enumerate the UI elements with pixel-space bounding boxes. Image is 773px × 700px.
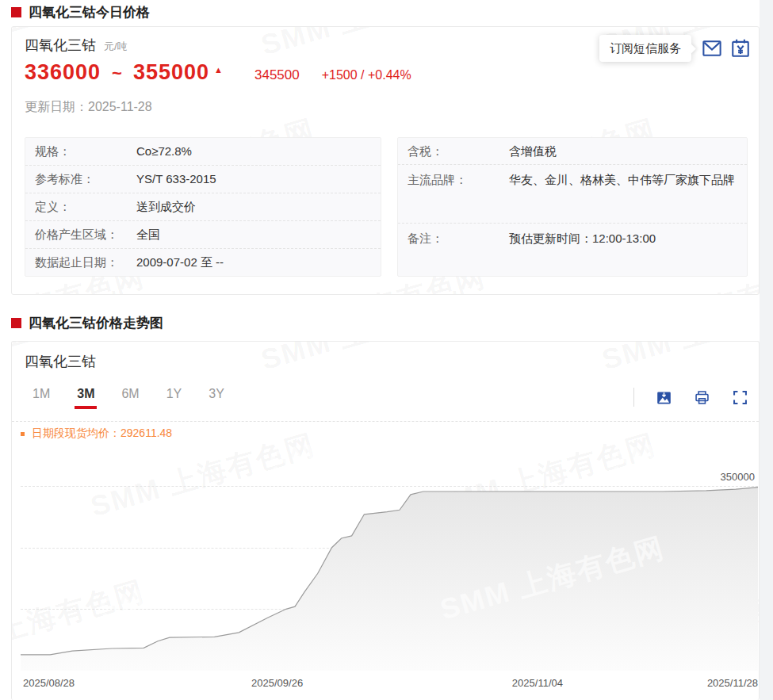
x-axis-labels: 2025/08/282025/09/262025/11/042025/11/28 [21, 677, 758, 691]
chart-product-title: 四氧化三钴 [25, 352, 96, 371]
spec-row: 备注：预估更新时间：12:00-13:00 [398, 224, 747, 276]
spec-label: 规格： [35, 144, 136, 159]
spec-label: 主流品牌： [408, 173, 509, 188]
tab-3y[interactable]: 3Y [209, 387, 224, 409]
trend-chart-card: SMM 上海有色网SMM 上海有色网SMM 上海有色网SMM 上海有色网SMM … [11, 341, 760, 700]
price-yuan-icon[interactable] [730, 38, 751, 59]
price-tilde: ~ [112, 63, 122, 84]
red-square-bullet-icon [11, 7, 21, 17]
chart-toolbar [633, 388, 748, 407]
chart-legend: 日期段现货均价：292611.48 [21, 427, 172, 441]
spec-value: 含增值税 [509, 144, 747, 159]
spec-label: 数据起止日期： [35, 255, 136, 270]
x-axis-label: 2025/11/04 [512, 677, 563, 689]
print-icon[interactable] [694, 389, 710, 406]
price-low: 336000 [25, 60, 101, 85]
save-image-icon[interactable] [656, 389, 672, 406]
tab-6m[interactable]: 6M [121, 387, 139, 409]
chart-canvas[interactable] [21, 445, 758, 671]
price-trend-chart[interactable]: 350000300000250000200000 SMM 上海有色网SMM 上海… [21, 445, 758, 671]
section-title: 四氧化三钴价格走势图 [29, 314, 163, 332]
spec-value: 2009-07-02 至 -- [136, 255, 381, 270]
spec-row: 价格产生区域：全国 [25, 221, 381, 249]
toolbar-divider [633, 388, 634, 407]
price-up-arrow-icon: ▲ [214, 65, 223, 75]
today-price-heading: 四氧化三钴今日价格 [11, 3, 150, 21]
tab-1m[interactable]: 1M [33, 387, 50, 409]
product-row: 四氧化三钴 元/吨 [25, 36, 128, 55]
spec-table-right: 含税：含增值税主流品牌：华友、金川、格林美、中伟等厂家旗下品牌备注：预估更新时间… [397, 137, 748, 277]
tab-3m[interactable]: 3M [77, 387, 94, 409]
fullscreen-icon[interactable] [732, 389, 748, 406]
tab-1y[interactable]: 1Y [166, 387, 182, 409]
section-title: 四氧化三钴今日价格 [29, 3, 150, 21]
spec-label: 定义： [35, 200, 136, 215]
spec-row: 定义：送到成交价 [25, 193, 381, 221]
price-row: 336000 ~ 355000 ▲ 345500 +1500 / +0.44% [25, 60, 411, 85]
spec-value: YS/T 633-2015 [136, 172, 381, 186]
spec-row: 规格：Co≥72.8% [25, 138, 381, 166]
legend-bullet-icon [21, 432, 25, 436]
spec-value: 全国 [136, 228, 381, 243]
spec-row: 数据起止日期：2009-07-02 至 -- [25, 249, 381, 277]
spec-label: 含税： [408, 144, 509, 159]
spec-value: 送到成交价 [136, 200, 381, 215]
spec-label: 备注： [408, 231, 509, 247]
page: 四氧化三钴今日价格 SMM 上海有色网SMM 上海有色网SMM 上海有色网SMM… [0, 0, 773, 700]
spec-row: 含税：含增值税 [398, 138, 747, 165]
subscribe-sms-tooltip[interactable]: 订阅短信服务 [599, 35, 691, 62]
spec-value: 华友、金川、格林美、中伟等厂家旗下品牌 [509, 173, 747, 188]
spec-value: 预估更新时间：12:00-13:00 [509, 231, 747, 247]
period-tabs: 1M3M6M1Y3Y [33, 387, 224, 409]
product-name: 四氧化三钴 [25, 36, 96, 55]
spec-row: 参考标准：YS/T 633-2015 [25, 166, 381, 193]
mail-subscribe-icon[interactable] [702, 38, 722, 59]
red-square-bullet-icon [11, 318, 21, 328]
x-axis-label: 2025/09/26 [251, 677, 303, 689]
series-area [21, 488, 758, 671]
trend-chart-heading: 四氧化三钴价格走势图 [11, 314, 163, 332]
x-axis-label: 2025/11/28 [707, 677, 758, 689]
spec-label: 参考标准： [35, 172, 136, 187]
spec-row: 主流品牌：华友、金川、格林美、中伟等厂家旗下品牌 [398, 165, 747, 224]
smm-watermark: SMM 上海有色网 [257, 342, 490, 380]
product-unit: 元/吨 [104, 40, 128, 54]
spec-value: Co≥72.8% [136, 144, 381, 158]
card-dashed-divider [12, 421, 759, 422]
x-axis-label: 2025/08/28 [23, 677, 75, 689]
price-high: 355000 [133, 60, 209, 85]
price-change: +1500 / +0.44% [322, 68, 411, 82]
smm-watermark: SMM 上海有色网 [598, 342, 759, 380]
today-price-card: SMM 上海有色网SMM 上海有色网SMM 上海有色网SMM 上海有色网SMM … [11, 26, 760, 295]
spec-table-left: 规格：Co≥72.8%参考标准：YS/T 633-2015定义：送到成交价价格产… [25, 137, 381, 277]
average-price: 345500 [254, 67, 300, 83]
spec-label: 价格产生区域： [35, 228, 136, 243]
page-right-gutter [760, 0, 773, 700]
update-date: 更新日期：2025-11-28 [25, 99, 152, 116]
legend-text: 日期段现货均价：292611.48 [32, 427, 172, 441]
